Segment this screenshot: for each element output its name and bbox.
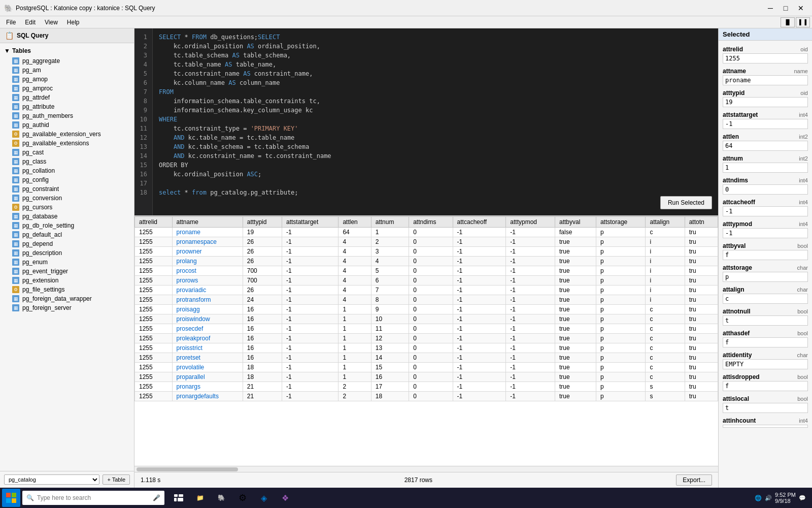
table-cell[interactable]: prosecdef: [172, 324, 243, 334]
table-cell[interactable]: proleakproof: [172, 334, 243, 343]
column-header-attlen[interactable]: attlen: [339, 217, 371, 228]
sidebar-item-pg_auth_members[interactable]: ▦pg_auth_members: [0, 111, 134, 120]
table-row[interactable]: 1255prorows700-1460-1-1truepitru: [135, 276, 718, 285]
table-row[interactable]: 1255pronamespace26-1420-1-1truepitru: [135, 237, 718, 247]
menu-edit[interactable]: Edit: [21, 18, 40, 27]
sidebar-item-pg_enum[interactable]: ▦pg_enum: [0, 258, 134, 267]
table-row[interactable]: 1255proisstrict16-11130-1-1truepctru: [135, 343, 718, 353]
export-button[interactable]: Export...: [676, 474, 712, 486]
sidebar-item-pg_amproc[interactable]: ▦pg_amproc: [0, 84, 134, 93]
table-row[interactable]: 1255provariadic26-1470-1-1truepitru: [135, 285, 718, 295]
table-cell[interactable]: proname: [172, 228, 243, 237]
table-cell[interactable]: proowner: [172, 247, 243, 257]
sidebar-item-pg_collation[interactable]: ▦pg_collation: [0, 166, 134, 175]
column-header-atttypid[interactable]: atttypid: [243, 217, 282, 228]
table-row[interactable]: 1255prosecdef16-11110-1-1truepctru: [135, 324, 718, 334]
table-row[interactable]: 1255proisagg16-1190-1-1truepctru: [135, 305, 718, 314]
sidebar-item-pg_database[interactable]: ▦pg_database: [0, 212, 134, 221]
column-header-attotn[interactable]: attotn: [685, 217, 718, 228]
sidebar-item-pg_available_extensions[interactable]: ⚙pg_available_extensions: [0, 139, 134, 148]
column-header-attbyval[interactable]: attbyval: [555, 217, 596, 228]
table-row[interactable]: 1255protransform24-1480-1-1truepitru: [135, 295, 718, 305]
table-cell[interactable]: provolatile: [172, 363, 243, 372]
column-header-attstorage[interactable]: attstorage: [596, 217, 646, 228]
sidebar-item-pg_attrdef[interactable]: ▦pg_attrdef: [0, 93, 134, 102]
table-cell[interactable]: proretset: [172, 353, 243, 363]
sidebar-item-pg_aggregate[interactable]: ▦pg_aggregate: [0, 56, 134, 66]
results-table-wrapper[interactable]: attrelidattnameatttypidattstattargetattl…: [134, 216, 718, 466]
table-row[interactable]: 1255pronargdefaults21-12180-1-1truepstru: [135, 392, 718, 401]
sql-editor[interactable]: 123456789101112131415161718 SELECT * FRO…: [134, 28, 718, 216]
view-toggle-2[interactable]: ▌▐: [796, 17, 810, 27]
table-row[interactable]: 1255pronargs21-12170-1-1truepstru: [135, 382, 718, 392]
table-row[interactable]: 1255proowner26-1430-1-1truepitru: [135, 247, 718, 257]
menu-file[interactable]: File: [2, 18, 20, 27]
start-button[interactable]: [2, 489, 20, 507]
sidebar-item-pg_db_role_setting[interactable]: ▦pg_db_role_setting: [0, 221, 134, 230]
table-cell[interactable]: proisstrict: [172, 343, 243, 353]
table-row[interactable]: 1255procost700-1450-1-1truepitru: [135, 266, 718, 276]
sidebar-item-pg_amop[interactable]: ▦pg_amop: [0, 75, 134, 84]
sidebar-item-pg_depend[interactable]: ▦pg_depend: [0, 239, 134, 248]
table-row[interactable]: 1255proname19-16410-1-1falsepctru: [135, 228, 718, 237]
horizontal-scrollbar[interactable]: [134, 466, 718, 472]
sidebar-item-pg_event_trigger[interactable]: ▦pg_event_trigger: [0, 267, 134, 276]
menu-view[interactable]: View: [41, 18, 62, 27]
task-view-icon[interactable]: [168, 489, 189, 507]
table-cell[interactable]: prorows: [172, 276, 243, 285]
maximize-button[interactable]: □: [779, 3, 793, 14]
table-cell[interactable]: proparallel: [172, 372, 243, 382]
column-header-attstattarget[interactable]: attstattarget: [282, 217, 338, 228]
table-cell[interactable]: prolang: [172, 257, 243, 266]
table-row[interactable]: 1255proretset16-11140-1-1truepctru: [135, 353, 718, 363]
code-area[interactable]: SELECT * FROM db_questions;SELECT kc.ord…: [153, 28, 718, 215]
sidebar-item-pg_attribute[interactable]: ▦pg_attribute: [0, 102, 134, 111]
table-cell[interactable]: proisagg: [172, 305, 243, 314]
sidebar-item-pg_config[interactable]: ▦pg_config: [0, 175, 134, 184]
sidebar-item-pg_file_settings[interactable]: ⚙pg_file_settings: [0, 285, 134, 294]
vscode-icon[interactable]: ◈: [254, 489, 274, 507]
scrollbar-thumb[interactable]: [137, 467, 238, 471]
table-row[interactable]: 1255proparallel18-11160-1-1truepctru: [135, 372, 718, 382]
sidebar-item-pg_extension[interactable]: ▦pg_extension: [0, 276, 134, 285]
table-row[interactable]: 1255prolang26-1440-1-1truepitru: [135, 257, 718, 266]
chrome-icon[interactable]: ⚙: [232, 489, 253, 507]
column-header-attndims[interactable]: attndims: [409, 217, 453, 228]
schema-select[interactable]: pg_catalog: [4, 474, 99, 485]
column-header-attrelid[interactable]: attrelid: [135, 217, 173, 228]
table-cell[interactable]: procost: [172, 266, 243, 276]
tables-section[interactable]: ▼ Tables: [0, 45, 134, 56]
table-cell[interactable]: pronargs: [172, 382, 243, 392]
pgadmin-icon[interactable]: 🐘: [211, 489, 231, 507]
sidebar-item-pg_authid[interactable]: ▦pg_authid: [0, 120, 134, 130]
search-input[interactable]: [37, 494, 139, 501]
sidebar-item-pg_available_extension_vers[interactable]: ⚙pg_available_extension_vers: [0, 130, 134, 139]
add-table-button[interactable]: + Table: [103, 474, 130, 485]
table-cell[interactable]: pronargdefaults: [172, 392, 243, 401]
sidebar-item-pg_description[interactable]: ▦pg_description: [0, 248, 134, 258]
column-header-attalign[interactable]: attalign: [646, 217, 685, 228]
sidebar-item-pg_class[interactable]: ▦pg_class: [0, 157, 134, 166]
file-explorer-icon[interactable]: 📁: [190, 489, 210, 507]
view-toggle-1[interactable]: ▐▌: [781, 17, 795, 27]
sidebar-item-pg_default_acl[interactable]: ▦pg_default_acl: [0, 230, 134, 239]
table-row[interactable]: 1255provolatile18-11150-1-1truepctru: [135, 363, 718, 372]
table-cell[interactable]: proiswindow: [172, 314, 243, 324]
sidebar-tree[interactable]: ▼ Tables ▦pg_aggregate▦pg_am▦pg_amop▦pg_…: [0, 43, 134, 471]
menu-help[interactable]: Help: [63, 18, 84, 27]
sidebar-item-pg_cursors[interactable]: ⚙pg_cursors: [0, 203, 134, 212]
column-header-attname[interactable]: attname: [172, 217, 243, 228]
table-cell[interactable]: provariadic: [172, 285, 243, 295]
sidebar-item-pg_cast[interactable]: ▦pg_cast: [0, 148, 134, 157]
run-selected-button[interactable]: Run Selected: [660, 196, 712, 209]
close-button[interactable]: ✕: [794, 3, 808, 14]
column-header-attcacheoff[interactable]: attcacheoff: [453, 217, 506, 228]
column-header-attnum[interactable]: attnum: [371, 217, 409, 228]
sidebar-item-pg_am[interactable]: ▦pg_am: [0, 66, 134, 75]
column-header-atttypmod[interactable]: atttypmod: [506, 217, 555, 228]
minimize-button[interactable]: ─: [763, 3, 777, 14]
search-box[interactable]: 🔍 🎤: [22, 491, 164, 505]
table-cell[interactable]: protransform: [172, 295, 243, 305]
sidebar-item-pg_foreign_server[interactable]: ▦pg_foreign_server: [0, 303, 134, 312]
sidebar-item-pg_constraint[interactable]: ▦pg_constraint: [0, 184, 134, 194]
